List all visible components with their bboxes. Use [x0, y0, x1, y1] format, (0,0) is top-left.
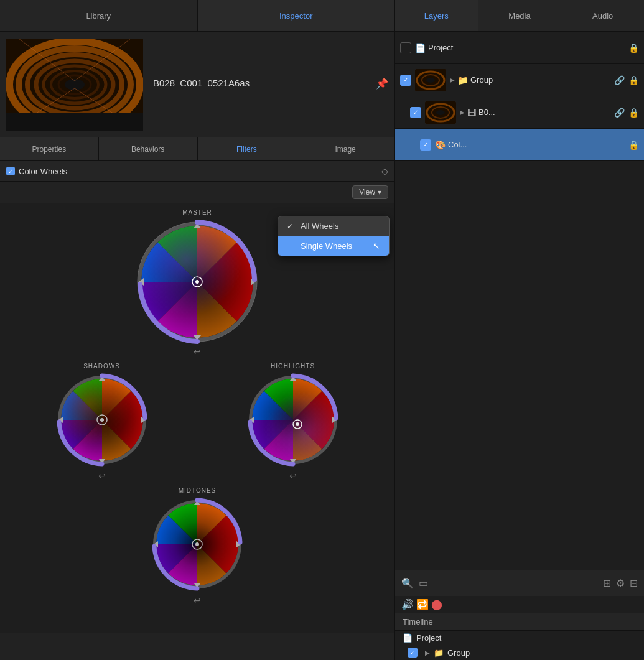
layer-row-group[interactable]: ✓ ▶ 📁 Group 🔗 🔒	[395, 64, 644, 96]
group-icon: 📁	[457, 75, 468, 85]
preview-filename: B028_C001_0521A6as	[153, 78, 250, 88]
right-panel: 📄 Project 🔒 ✓ ▶ 📁	[395, 32, 644, 660]
timeline-group-name: Group	[447, 648, 470, 658]
timeline-group-row[interactable]: ✓ ▶ 📁 Group	[395, 645, 644, 660]
midtones-wheel-label: MIDTONES	[179, 487, 217, 494]
group-actions: 🔗 🔒	[614, 75, 639, 85]
timeline-section: Timeline 📄 Project ✓ ▶ 📁 Group	[395, 613, 644, 660]
lock-icon[interactable]: 🔒	[628, 43, 639, 53]
dropdown-item-all-wheels[interactable]: ✓ All Wheels	[278, 216, 389, 236]
project-icon: 📄	[415, 43, 426, 53]
clip-link-icon[interactable]: 🔗	[614, 108, 625, 118]
highlights-reset-icon[interactable]: ↩	[289, 471, 297, 481]
group-lock-icon[interactable]: 🔒	[628, 75, 639, 85]
preview-info: B028_C001_0521A6as 📌	[143, 78, 388, 91]
search-icon[interactable]: 🔍	[401, 577, 414, 589]
view-button[interactable]: View ▾	[352, 185, 388, 199]
master-reset-icon[interactable]: ↩	[194, 346, 201, 356]
audio-icon[interactable]: 🔊	[401, 598, 414, 610]
tab-inspector[interactable]: Inspector	[198, 0, 395, 31]
layer-row-clip[interactable]: ✓ ▶ 🎞 B0... 🔗 🔒	[395, 96, 644, 129]
group-thumb	[415, 69, 446, 91]
highlights-wheel-wrapper	[246, 373, 340, 468]
svg-point-35	[100, 418, 104, 422]
svg-point-60	[426, 78, 435, 83]
cursor-icon: ↖	[373, 241, 380, 251]
tab-library[interactable]: Library	[0, 0, 198, 31]
filter-check[interactable]: ✓	[420, 139, 431, 151]
project-actions: 🔒	[628, 43, 639, 53]
chevron-down-icon: ▾	[378, 188, 381, 197]
project-name: Project	[428, 43, 628, 52]
svg-point-64	[436, 110, 445, 115]
bottom-toolbar: 🔍 ▭ ⊞ ⚙ ⊟	[395, 570, 644, 596]
diamond-icon[interactable]: ◇	[381, 166, 388, 176]
clip-arrow[interactable]: ▶	[460, 109, 465, 116]
filter-name: Col...	[448, 140, 628, 149]
svg-rect-13	[6, 113, 143, 131]
filter-icon: 🎨	[435, 140, 446, 150]
shadows-wheel-label: SHADOWS	[83, 363, 120, 370]
subtab-filters[interactable]: Filters	[198, 137, 297, 160]
subtab-behaviors[interactable]: Behaviors	[99, 137, 198, 160]
timeline-group-icon: 📁	[434, 648, 444, 658]
tab-layers[interactable]: Layers	[395, 0, 478, 31]
right-panel-tabs: Layers Media Audio	[395, 0, 644, 31]
svg-point-24	[195, 280, 199, 284]
preview-area: B028_C001_0521A6as 📌	[0, 32, 394, 137]
view-btn-row: View ▾	[0, 182, 394, 203]
filter-actions: 🔒	[628, 140, 639, 150]
gear-icon[interactable]: ⚙	[616, 577, 625, 589]
timeline-project-row[interactable]: 📄 Project	[395, 631, 644, 645]
midtones-wheel-wrapper	[151, 498, 244, 593]
stack-icon[interactable]: ⊟	[630, 577, 638, 589]
grid-icon[interactable]: ⊞	[603, 577, 611, 589]
clip-name: B0...	[478, 108, 614, 117]
subtab-properties[interactable]: Properties	[0, 137, 99, 160]
view-dropdown-menu[interactable]: ✓ All Wheels Single Wheels ↖	[278, 216, 390, 256]
group-check[interactable]: ✓	[400, 75, 411, 86]
main-content: B028_C001_0521A6as 📌 Properties Behavior…	[0, 32, 644, 660]
highlights-wheel-label: HIGHLIGHTS	[271, 363, 315, 370]
project-check[interactable]	[400, 42, 411, 53]
midtones-reset-icon[interactable]: ↩	[194, 595, 201, 605]
left-panel: B028_C001_0521A6as 📌 Properties Behavior…	[0, 32, 395, 660]
check-icon: ✓	[287, 222, 296, 231]
group-arrow[interactable]: ▶	[450, 77, 455, 83]
clip-thumb	[425, 101, 456, 124]
group-link-icon[interactable]: 🔗	[614, 75, 625, 85]
loop-icon[interactable]: 🔁	[416, 598, 429, 610]
pin-icon[interactable]: 📌	[376, 78, 388, 90]
color-wheels-header: ✓ Color Wheels ◇	[0, 161, 394, 182]
clip-check[interactable]: ✓	[410, 107, 421, 118]
top-tabs-bar: Library Inspector Layers Media Audio	[0, 0, 644, 32]
layer-row-project[interactable]: 📄 Project 🔒	[395, 32, 644, 64]
timeline-group-check[interactable]: ✓	[408, 648, 418, 658]
record-icon[interactable]: ⬤	[431, 598, 442, 610]
tab-media[interactable]: Media	[478, 0, 562, 31]
shadows-reset-icon[interactable]: ↩	[98, 471, 106, 481]
color-wheels-title: Color Wheels	[19, 167, 67, 176]
timeline-project-icon: 📄	[403, 633, 413, 643]
color-wheels-checkbox-label[interactable]: ✓ Color Wheels	[6, 167, 67, 176]
filter-lock-icon[interactable]: 🔒	[628, 140, 639, 150]
group-name: Group	[470, 75, 614, 85]
layer-row-filter[interactable]: ✓ 🎨 Col... 🔒	[395, 129, 644, 161]
master-wheel-label: MASTER	[182, 209, 212, 216]
timeline-group-arrow[interactable]: ▶	[425, 649, 430, 656]
shadows-wheel-wrapper	[55, 373, 149, 468]
svg-point-46	[296, 422, 299, 426]
clip-lock-icon[interactable]: 🔒	[628, 108, 639, 118]
timeline-project-name: Project	[416, 633, 441, 643]
dropdown-item-single-wheels[interactable]: Single Wheels ↖	[278, 236, 389, 256]
color-wheels-checkbox[interactable]: ✓	[6, 167, 15, 175]
tab-audio[interactable]: Audio	[561, 0, 644, 31]
rectangle-icon[interactable]: ▭	[419, 577, 428, 589]
clip-icon: 🎞	[467, 108, 476, 118]
timeline-label: Timeline	[395, 613, 644, 631]
layers-list: 📄 Project 🔒 ✓ ▶ 📁	[395, 32, 644, 570]
preview-thumbnail	[6, 39, 143, 131]
subtab-image[interactable]: Image	[296, 137, 394, 160]
svg-point-56	[195, 542, 199, 546]
left-panel-tabs: Library Inspector	[0, 0, 395, 31]
